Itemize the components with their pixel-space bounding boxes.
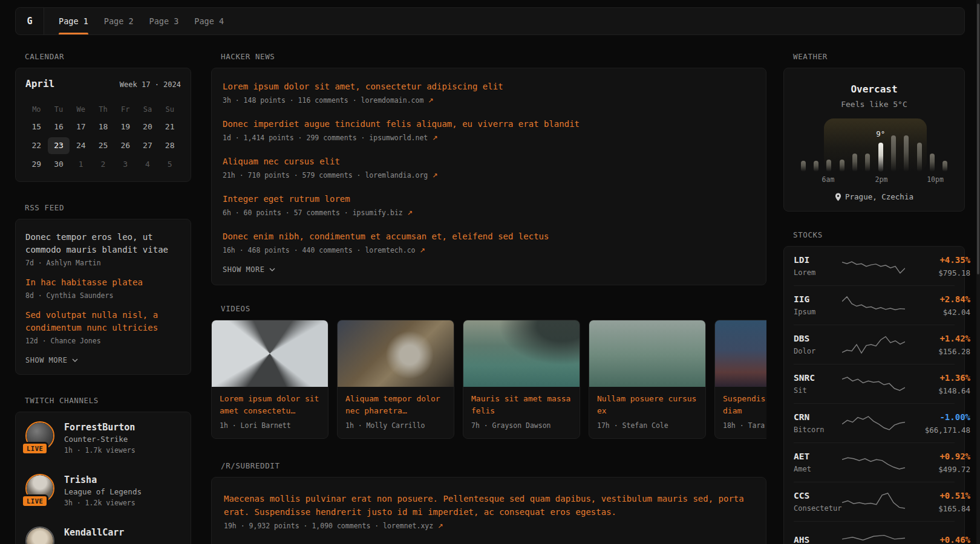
twitch-channel-kendallcarr[interactable]: KendallCarr (25, 526, 181, 544)
calendar-day: 20 (137, 118, 159, 135)
weather-bar (814, 161, 818, 172)
external-link-icon: ↗ (432, 172, 437, 180)
stock-ticker: DBS (794, 333, 842, 345)
stock-sparkline (842, 529, 905, 544)
stock-change: +0.92% (905, 451, 970, 462)
external-link-icon: ↗ (428, 97, 433, 105)
calendar-day: 19 (114, 118, 137, 135)
calendar-grid: Mo Tu We Th Fr Sa Su 15 16 17 18 19 20 2… (25, 102, 181, 173)
weather-section-title: WEATHER (783, 51, 965, 62)
stock-row-dbs[interactable]: DBS Dolor +1.42% $156.28 (794, 325, 955, 364)
weather-condition: Overcast (794, 83, 955, 96)
dashboard-page: G Page 1 Page 2 Page 3 Page 4 CALENDAR A… (0, 0, 980, 544)
video-title[interactable]: Aliquam tempor dolor nec pharetra… (345, 393, 446, 417)
day-header: Su (158, 102, 181, 117)
weather-time-labels: 6am2pm10pm (797, 175, 952, 185)
top-nav: G Page 1 Page 2 Page 3 Page 4 (15, 7, 965, 35)
stock-sparkline (842, 490, 905, 513)
calendar-day-next-month: 5 (158, 156, 181, 173)
tab-page-2[interactable]: Page 2 (104, 8, 134, 34)
hn-show-more-button[interactable]: SHOW MORE (223, 265, 755, 274)
hn-meta-text: 1d · 1,414 points · 299 comments · (223, 134, 369, 142)
rss-item-title[interactable]: In hac habitasse platea (25, 276, 181, 289)
hn-story-title[interactable]: Donec enim nibh, condimentum et accumsan… (223, 230, 755, 243)
reddit-post-domain-link[interactable]: loremnet.xyz (383, 522, 433, 530)
hn-story-meta: 6h · 60 points · 57 comments · ipsumify.… (223, 208, 755, 218)
hn-story-meta: 3h · 148 points · 116 comments · loremdo… (223, 96, 755, 106)
weather-bar (840, 160, 844, 172)
rss-show-more-button[interactable]: SHOW MORE (25, 356, 181, 364)
tab-page-3[interactable]: Page 3 (149, 8, 179, 34)
calendar-day: 18 (92, 118, 114, 135)
rss-item-meta: 7d · Ashlyn Martin (25, 258, 181, 268)
stocks-widget: LDI Lorem +4.35% $795.18 IIG Ipsum +2.84… (783, 246, 965, 544)
avatar: LIVE (25, 421, 54, 450)
stock-row-ahs[interactable]: AHS +0.46% (794, 521, 955, 544)
calendar-day: 25 (92, 137, 114, 154)
hn-story-domain-link[interactable]: loremtech.co (365, 246, 415, 254)
rss-item-title[interactable]: Donec tempor eros leo, ut commodo mauris… (25, 231, 181, 256)
stock-change: +1.42% (905, 333, 970, 345)
rss-item: Donec tempor eros leo, ut commodo mauris… (25, 231, 181, 268)
tab-page-4[interactable]: Page 4 (194, 8, 224, 34)
hn-show-more-label: SHOW MORE (223, 265, 265, 274)
stock-sparkline (842, 451, 905, 474)
hn-story-title[interactable]: Integer eget rutrum lorem (223, 193, 755, 206)
rss-item-title[interactable]: Sed volutpat nulla nisl, a condimentum n… (25, 309, 181, 334)
channel-name: KendallCarr (64, 526, 124, 539)
video-card[interactable]: Nullam posuere cursus ex 17h · Stefan Co… (589, 320, 706, 439)
rss-feed-widget: Donec tempor eros leo, ut commodo mauris… (15, 219, 191, 375)
video-title[interactable]: Nullam posuere cursus ex (597, 393, 697, 417)
twitch-channel-forrestburton[interactable]: LIVE ForrestBurton Counter-Strike 1h · 1… (25, 421, 181, 456)
video-card-clipped[interactable]: Suspendisse diam 18h · Tara (714, 320, 766, 439)
channel-game: Counter-Strike (64, 433, 136, 445)
hn-meta-text: 16h · 468 points · 440 comments · (223, 246, 365, 254)
reddit-post-title[interactable]: Maecenas mollis pulvinar erat non posuer… (224, 492, 744, 519)
hn-story-meta: 21h · 710 points · 579 comments · loreml… (223, 170, 755, 181)
hn-story-title[interactable]: Aliquam nec cursus elit (223, 155, 755, 168)
video-title[interactable]: Suspendisse diam (723, 393, 765, 417)
avatar (25, 526, 54, 544)
stock-sparkline (842, 412, 905, 435)
video-meta: 1h · Molly Carrillo (345, 421, 446, 430)
middle-column: HACKER NEWS Lorem ipsum dolor sit amet, … (211, 51, 766, 544)
hn-story-domain-link[interactable]: ipsumworld.net (369, 134, 428, 142)
video-title[interactable]: Mauris sit amet massa felis (471, 393, 572, 417)
twitch-channel-trisha[interactable]: LIVE Trisha League of Legends 3h · 1.2k … (25, 474, 181, 508)
weather-bar (904, 135, 909, 172)
weather-bar (865, 154, 870, 172)
weather-hourly-chart: 9° (797, 118, 952, 172)
tab-page-1[interactable]: Page 1 (59, 8, 88, 34)
rss-show-more-label: SHOW MORE (25, 356, 68, 364)
hn-story-title[interactable]: Donec imperdiet augue tincidunt felis al… (223, 118, 755, 131)
video-card[interactable]: Lorem ipsum dolor sit amet consectetu… 1… (211, 320, 328, 439)
stock-row-ldi[interactable]: LDI Lorem +4.35% $795.18 (794, 247, 955, 285)
hn-story-domain-link[interactable]: loremdomain.com (361, 96, 423, 105)
calendar-day: 17 (70, 118, 92, 135)
stock-row-ccs[interactable]: CCS Consectetur +0.51% $165.84 (794, 482, 955, 521)
video-card[interactable]: Mauris sit amet massa felis 7h · Grayson… (463, 320, 580, 439)
calendar-day-next-month: 2 (92, 156, 114, 173)
video-card[interactable]: Aliquam tempor dolor nec pharetra… 1h · … (337, 320, 454, 439)
videos-section-title: VIDEOS (211, 303, 766, 314)
stock-row-aet[interactable]: AET Amet +0.92% $499.72 (794, 442, 955, 482)
stock-price: $156.28 (905, 346, 970, 357)
channel-name: Trisha (64, 474, 142, 486)
video-title[interactable]: Lorem ipsum dolor sit amet consectetu… (220, 393, 320, 417)
hn-story: Integer eget rutrum lorem 6h · 60 points… (223, 193, 755, 218)
stock-row-iig[interactable]: IIG Ipsum +2.84% $42.04 (794, 285, 955, 325)
day-header: Fr (114, 102, 137, 117)
stock-row-crn[interactable]: CRN Bitcorn -1.00% $66,171.48 (794, 403, 955, 442)
video-thumbnail (212, 320, 328, 387)
scrollbar-thumb[interactable] (977, 4, 979, 274)
hn-story-meta: 16h · 468 points · 440 comments · loremt… (223, 245, 755, 256)
app-logo[interactable]: G (16, 8, 44, 34)
hn-story-domain-link[interactable]: ipsumify.biz (353, 209, 403, 217)
twitch-section-title: TWITCH CHANNELS (15, 395, 191, 406)
stock-row-snrc[interactable]: SNRC Sit +1.36% $148.64 (794, 364, 955, 403)
hn-story-domain-link[interactable]: loremlandia.org (365, 171, 428, 180)
stock-ticker: CCS (794, 490, 842, 502)
hn-story-title[interactable]: Lorem ipsum dolor sit amet, consectetur … (223, 80, 755, 93)
stock-change: +4.35% (905, 254, 970, 266)
external-link-icon: ↗ (419, 247, 425, 254)
